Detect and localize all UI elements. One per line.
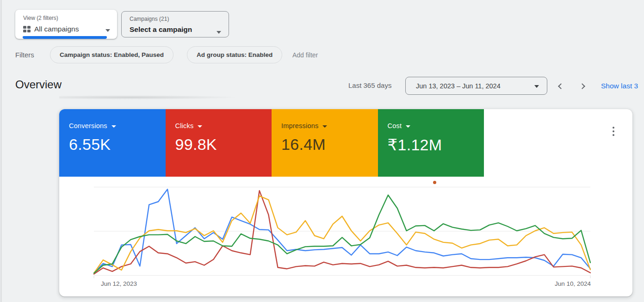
metric-card-conversions[interactable]: Conversions6.55K [59,109,166,177]
series-line-clicks [94,191,590,274]
metric-card-clicks[interactable]: Clicks99.8K [166,109,272,177]
page-title: Overview [15,78,62,91]
chevron-down-icon [534,85,539,88]
filter-chip-campaign-status[interactable]: Campaign status: Enabled, Paused [50,46,173,63]
annotation-dot [433,181,436,184]
metric-value: 16.4M [281,136,378,154]
metric-label: Conversions [69,122,107,129]
metric-label: Cost [388,122,402,129]
metric-value: ₹1.12M [388,136,484,154]
chevron-right-icon [579,83,585,89]
campaign-selector-value: Select a campaign [130,25,192,34]
previous-period-button[interactable] [551,78,568,94]
more-options-button[interactable] [610,124,617,138]
chevron-down-icon [105,29,110,32]
overview-card: Conversions6.55KClicks99.8KImpressions16… [59,109,632,296]
metric-selector[interactable]: Impressions [281,122,378,129]
chevron-down-icon [217,31,221,34]
series-line-cost [94,195,590,273]
metric-selector[interactable]: Clicks [175,122,272,129]
metric-value: 6.55K [69,136,166,154]
chevron-down-icon [198,125,202,128]
filters-label: Filters [15,51,34,59]
header-shadow [59,94,342,100]
date-range-preset-label: Last 365 days [348,81,391,89]
window-left-edge [0,0,2,302]
x-axis-start-label: Jun 12, 2023 [101,280,137,287]
add-filter-button[interactable]: Add filter [292,51,318,59]
metric-selector[interactable]: Cost [388,122,484,129]
metric-value: 99.8K [175,136,272,154]
metric-card-cost[interactable]: Cost₹1.12M [378,109,484,177]
metric-card-impressions[interactable]: Impressions16.4M [272,109,378,177]
view-selector-label: View (2 filters) [23,15,58,21]
google-ads-overview-screen: { "toolbar": { "view_selector": { "label… [0,0,644,302]
chevron-down-icon [111,125,116,128]
metric-label: Impressions [281,122,318,129]
view-selector-value: All campaigns [34,25,79,33]
active-view-underline [23,36,107,39]
metric-selector[interactable]: Conversions [69,122,166,129]
chevron-down-icon [406,125,410,128]
chevron-down-icon [322,125,327,128]
date-range-value: Jun 13, 2023 – Jun 11, 2024 [416,82,501,90]
performance-line-chart[interactable] [93,187,591,278]
metric-card-strip: Conversions6.55KClicks99.8KImpressions16… [59,109,632,177]
next-period-button[interactable] [575,78,591,94]
metric-label: Clicks [175,122,194,129]
chevron-left-icon [558,83,564,89]
campaign-selector[interactable]: Campaigns (21) Select a campaign [121,11,229,37]
show-last-days-link[interactable]: Show last 3 [601,82,638,90]
date-range-selector[interactable]: Jun 13, 2023 – Jun 11, 2024 [405,77,547,95]
grid-view-icon [23,26,31,32]
x-axis-end-label: Jun 10, 2024 [555,280,591,287]
view-selector[interactable]: View (2 filters) All campaigns [15,10,117,39]
filter-chip-ad-group-status[interactable]: Ad group status: Enabled [187,46,282,63]
campaign-selector-label: Campaigns (21) [130,16,169,22]
